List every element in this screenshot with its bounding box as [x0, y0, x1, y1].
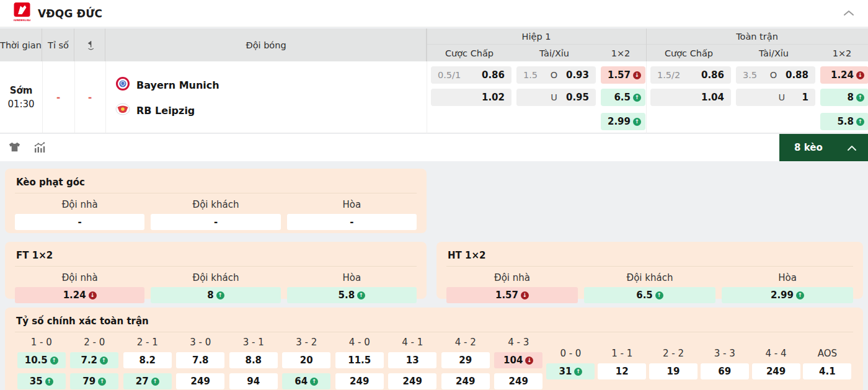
panel-odds-cell[interactable]: 2.99↑ [722, 287, 853, 303]
score-label: 2 - 2 [663, 346, 684, 361]
sub-header-h1-1x2: 1×2 [596, 45, 645, 61]
score-odds-cell[interactable]: 11.5 [335, 352, 384, 368]
toolbar: 8 kèo [0, 134, 868, 161]
match-time: Sớm 01:30 [0, 61, 42, 133]
score-odds-cell[interactable]: 27↑ [123, 373, 172, 389]
score-odds-cell[interactable]: 249 [388, 373, 436, 389]
score-label: 3 - 3 [714, 346, 735, 361]
score-column: 2 - 219 [648, 346, 699, 389]
ou-side-label: U [549, 92, 558, 102]
score-odds-cell[interactable]: 8.8 [229, 352, 278, 368]
match-teams[interactable]: Bayern Munich RB Leipzig [105, 61, 427, 133]
score-column: 1 - 010.5↑35↑ [15, 335, 68, 389]
score-odds-cell[interactable]: 35↑ [17, 373, 66, 389]
over-under-odds-cell[interactable]: 3.5O0.88 [736, 66, 815, 84]
trend-up-icon: ↑ [151, 378, 159, 386]
score-column: 4 - 229249 [439, 335, 492, 389]
one-x-two-odds-cell[interactable]: 1.57↓ [601, 66, 645, 84]
odds-value: 8.2 [139, 355, 156, 366]
trend-down-icon: ↓ [521, 291, 529, 299]
bundesliga-logo: BUNDESLIGA [14, 2, 30, 25]
score-odds-cell[interactable]: 12 [598, 363, 646, 379]
svg-text:BUNDESLIGA: BUNDESLIGA [14, 19, 30, 22]
score-odds-cell[interactable]: 4.1 [803, 363, 851, 379]
score-odds-cell[interactable]: 13 [388, 352, 436, 368]
panel-column-header: Đội nhà [15, 270, 144, 285]
score-odds-cell[interactable]: 249 [494, 373, 542, 389]
over-under-odds-cell[interactable]: 1.5O0.93 [516, 66, 596, 84]
score-column: 4 - 3104↓249 [492, 335, 546, 389]
handicap-odds-cell[interactable]: 1.02 [431, 89, 512, 106]
panel-title: FT 1×2 [15, 248, 417, 267]
stats-icon[interactable] [32, 140, 47, 157]
over-under-odds-cell[interactable]: U0.95 [516, 89, 596, 106]
score-odds-cell[interactable]: 20 [282, 352, 330, 368]
score-odds-cell[interactable]: 104↓ [494, 352, 542, 368]
handicap-odds-cell[interactable]: 1.5/20.86 [650, 66, 731, 84]
score-odds-cell[interactable]: 249 [176, 373, 224, 389]
jersey-icon[interactable] [7, 140, 22, 157]
one-x-two-odds-cell[interactable]: 6.5↑ [601, 89, 645, 106]
odds-value: 249 [191, 376, 210, 387]
handicap-line: 1.5/2 [657, 70, 680, 80]
score-label: 4 - 3 [508, 335, 529, 350]
panel-odds-cell[interactable]: 5.8↑ [287, 287, 417, 303]
trend-up-icon: ↑ [50, 357, 58, 365]
odds-value: 249 [509, 376, 528, 387]
score-odds-cell[interactable]: 64↑ [282, 373, 330, 389]
score-odds-cell[interactable]: 7.8 [176, 352, 224, 368]
score-odds-cell[interactable]: 7.2↑ [70, 352, 118, 368]
odds-value: 0.88 [786, 69, 808, 81]
trend-up-icon: ↑ [216, 291, 224, 299]
score-column: 1 - 112 [596, 346, 648, 389]
chevron-up-icon[interactable] [843, 7, 854, 19]
one-x-two-odds-cell[interactable]: 8↑ [820, 89, 868, 106]
score-odds-cell[interactable]: 19 [649, 363, 698, 379]
score-label: 3 - 0 [190, 335, 211, 350]
leipzig-crest-icon [115, 102, 130, 118]
panel-odds-cell[interactable]: 8↑ [151, 287, 280, 303]
handicap-odds-cell[interactable]: 0.5/10.86 [431, 66, 512, 84]
one-x-two-odds-cell[interactable]: 5.8↑ [820, 113, 868, 130]
odds-value: 79 [82, 376, 95, 387]
score-odds-cell[interactable]: 69 [701, 363, 749, 379]
score-odds-cell[interactable]: 31↑ [546, 363, 595, 379]
score-label: AOS [818, 346, 837, 361]
away-team-name[interactable]: RB Leipzig [136, 105, 195, 117]
away-team-row[interactable]: RB Leipzig [115, 102, 427, 118]
panel-odds-cell[interactable]: - [151, 214, 280, 230]
score-odds-cell[interactable]: 249 [752, 363, 800, 379]
score-odds-cell[interactable]: 10.5↑ [17, 352, 66, 368]
score-column: 2 - 07.2↑79↑ [68, 335, 122, 389]
panel-odds-cell[interactable]: - [287, 214, 417, 230]
chevron-up-icon [847, 142, 857, 154]
one-x-two-odds-cell[interactable]: 2.99↑ [601, 113, 645, 130]
panel-odds-cell[interactable]: 6.5↑ [584, 287, 715, 303]
trend-down-icon: ↓ [89, 291, 97, 299]
odds-value: 0.95 [566, 92, 589, 103]
over-under-odds-cell[interactable]: U1 [736, 89, 815, 106]
score-odds-cell[interactable]: 8.2 [123, 352, 172, 368]
score-odds-cell[interactable]: 79↑ [70, 373, 118, 389]
score-odds-cell[interactable]: 249 [335, 373, 384, 389]
score-odds-cell[interactable]: 249 [441, 373, 490, 389]
panel-odds-cell[interactable]: - [15, 214, 144, 230]
panel-column: Hòa2.99↑ [722, 270, 853, 303]
correct-score-draw-grid: 0 - 031↑1 - 1122 - 2193 - 3694 - 4249AOS… [545, 346, 853, 389]
panel-odds-cell[interactable]: 1.24↓ [15, 287, 144, 303]
keo-count-button[interactable]: 8 kèo [779, 134, 868, 161]
odds-value: 8 [207, 290, 213, 301]
score-column: 4 - 4249 [750, 346, 802, 389]
home-team-row[interactable]: Bayern Munich [115, 76, 427, 94]
one-x-two-odds-cell[interactable]: 1.24↓ [820, 66, 868, 84]
handicap-odds-cell[interactable]: 1.04 [650, 89, 731, 106]
score-label: 2 - 0 [84, 335, 105, 350]
odds-value: 27 [136, 376, 149, 387]
panel-odds-cell[interactable]: 1.57↓ [446, 287, 578, 303]
handicap-line: 0.5/1 [438, 70, 461, 80]
trend-up-icon: ↑ [796, 291, 804, 299]
home-team-name[interactable]: Bayern Munich [136, 79, 219, 91]
score-odds-cell[interactable]: 29 [441, 352, 490, 368]
score-odds-cell[interactable]: 94 [229, 373, 278, 389]
match-row: Sớm 01:30 - - Bayern Munich [0, 61, 868, 133]
